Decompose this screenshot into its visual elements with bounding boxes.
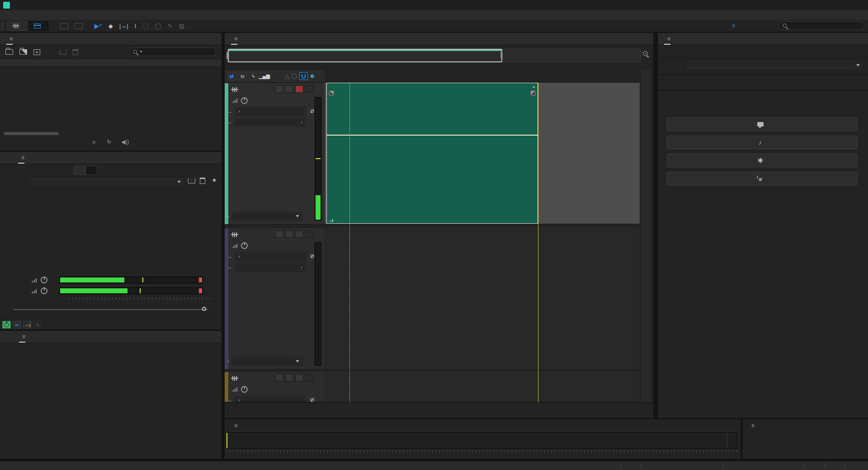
marker-pin-icon[interactable]: ⊕ [310, 73, 314, 79]
sends-icon[interactable]: ↳ [249, 72, 258, 80]
audio-clip[interactable]: ⌄ [326, 83, 538, 224]
tab-essential-sound[interactable]: ≡ [664, 36, 670, 42]
track-lanes[interactable]: ⌄ [325, 83, 640, 402]
timeselect-tool-icon[interactable]: I [135, 23, 137, 29]
navigator-zoom-icon[interactable]: + [643, 51, 648, 56]
track2-arm-button[interactable] [295, 230, 303, 238]
eq-icon[interactable]: ▁▄▆ [260, 72, 269, 80]
files-search-input[interactable] [129, 47, 216, 56]
lasso-tool-icon[interactable]: ◯ [155, 23, 161, 29]
track3-volume-knob[interactable] [241, 386, 248, 393]
track3-monitor-button[interactable] [305, 374, 313, 381]
track1-output-select[interactable]: › [235, 118, 306, 127]
track1-automation-select[interactable] [232, 212, 302, 221]
maximize-button[interactable] [826, 0, 847, 10]
track2-header[interactable]: → › Ø ← › › [225, 228, 324, 370]
preset-save-icon[interactable]: ↓ [188, 178, 195, 183]
workspace-standard[interactable]: ≡ [729, 23, 735, 29]
preset-trash-icon[interactable] [200, 178, 205, 184]
track1-header[interactable]: → › Ø ← › › [225, 83, 324, 225]
track1-solo-button[interactable] [285, 85, 293, 93]
track2-mute-button[interactable] [275, 230, 283, 238]
dialog-tag-button[interactable] [667, 118, 858, 131]
track-effects-subtab[interactable] [85, 166, 97, 175]
marquee-tool-icon[interactable] [142, 24, 148, 28]
track3-phase-button[interactable]: Ø [308, 396, 316, 403]
timeline-navigator[interactable] [227, 49, 641, 62]
rack-process-button[interactable]: ϟ [33, 321, 42, 329]
multitrack-view-button[interactable] [29, 21, 48, 31]
track1-arm-button[interactable] [295, 85, 303, 93]
vertical-track-navigator[interactable] [641, 70, 651, 402]
waveform-view-button[interactable] [7, 21, 27, 31]
track1-monitor-button[interactable] [305, 85, 313, 93]
rack-power-button[interactable] [2, 321, 11, 329]
io-toggle-icon[interactable]: ⇄ [227, 72, 236, 80]
metronome-icon[interactable]: △ [285, 73, 289, 80]
snap-magnet-icon[interactable] [299, 72, 308, 80]
slip-tool-icon[interactable]: |↔| [119, 23, 128, 29]
file-autoplay-icon[interactable]: ◀)) [121, 139, 129, 145]
music-tag-button[interactable]: ♪ [667, 136, 858, 149]
tab-video[interactable]: ≡ [19, 334, 25, 340]
mix-slider[interactable] [14, 309, 208, 310]
move-tool-icon[interactable]: ▶⁺ [94, 23, 102, 29]
trash-icon[interactable] [73, 49, 78, 55]
file-loop-icon[interactable]: ↻ [107, 139, 111, 145]
file-play-icon[interactable]: ▶ [93, 139, 97, 145]
rack-prepost-button[interactable]: →ꞁ [23, 321, 32, 329]
clip-volume-envelope[interactable] [327, 135, 538, 136]
rack-list-button[interactable]: ≔ [13, 321, 21, 329]
punch-record-icon[interactable] [292, 74, 297, 79]
time-ruler[interactable] [325, 70, 640, 83]
toolbar-grip[interactable] [1, 22, 4, 30]
heal-tool-icon[interactable]: ▨ [179, 23, 184, 29]
sfx-tag-button[interactable] [667, 154, 858, 167]
ambience-tag-button[interactable] [667, 172, 858, 185]
track3-lane[interactable] [325, 371, 640, 402]
mix-slider-handle[interactable] [202, 307, 206, 311]
playhead-line[interactable] [538, 83, 538, 402]
tab-editor[interactable]: ≡ [231, 36, 237, 42]
help-search-input[interactable] [778, 21, 864, 30]
track1-input-select[interactable]: › [235, 107, 306, 116]
preset-select[interactable] [28, 178, 184, 186]
track3-arm-button[interactable] [295, 374, 303, 381]
navigator-view-box[interactable] [228, 49, 502, 62]
track2-lane[interactable] [325, 228, 640, 370]
track1-volume-knob[interactable] [241, 97, 248, 104]
open-file-icon[interactable] [5, 49, 13, 55]
save-icon[interactable]: ↓ [59, 49, 66, 55]
track2-input-select[interactable]: › [235, 252, 306, 261]
fx-icon[interactable]: fx [238, 72, 247, 80]
minimize-button[interactable] [806, 0, 826, 10]
files-table-header[interactable] [0, 59, 222, 67]
navigator-right-grip[interactable] [500, 52, 503, 59]
preset-favorite-icon[interactable]: ★ [212, 177, 217, 183]
input-gain-knob[interactable] [41, 277, 47, 283]
new-item-icon[interactable]: + [33, 49, 40, 55]
track2-volume-knob[interactable] [241, 242, 248, 249]
close-button[interactable] [847, 0, 868, 10]
razor-tool-icon[interactable]: ◆ [108, 23, 113, 29]
track3-mute-button[interactable] [275, 374, 283, 381]
track2-output-select[interactable]: › [235, 263, 306, 272]
output-gain-knob[interactable] [41, 287, 47, 294]
files-hscrollbar[interactable] [4, 132, 59, 135]
es-preset-select[interactable] [686, 61, 863, 70]
tab-pegel[interactable]: ≡ [231, 423, 237, 429]
track2-monitor-button[interactable] [305, 230, 313, 238]
track3-solo-button[interactable] [285, 374, 293, 381]
tab-dateien[interactable]: ≡ [6, 36, 13, 42]
track3-header[interactable]: → › Ø [225, 372, 324, 402]
brush-tool-icon[interactable]: ✎ [168, 23, 173, 29]
track2-automation-select[interactable] [232, 357, 302, 366]
track1-mute-button[interactable] [275, 85, 283, 93]
track3-input-select[interactable]: › [235, 396, 306, 403]
clip-effects-subtab[interactable] [74, 166, 85, 175]
fade-in-handle[interactable] [329, 90, 334, 96]
clip-volume-mode[interactable]: ⌄ [532, 84, 536, 89]
fade-out-handle[interactable] [530, 90, 536, 96]
tab-effekte-rack[interactable]: ≡ [18, 155, 24, 161]
import-file-icon[interactable] [19, 49, 27, 55]
